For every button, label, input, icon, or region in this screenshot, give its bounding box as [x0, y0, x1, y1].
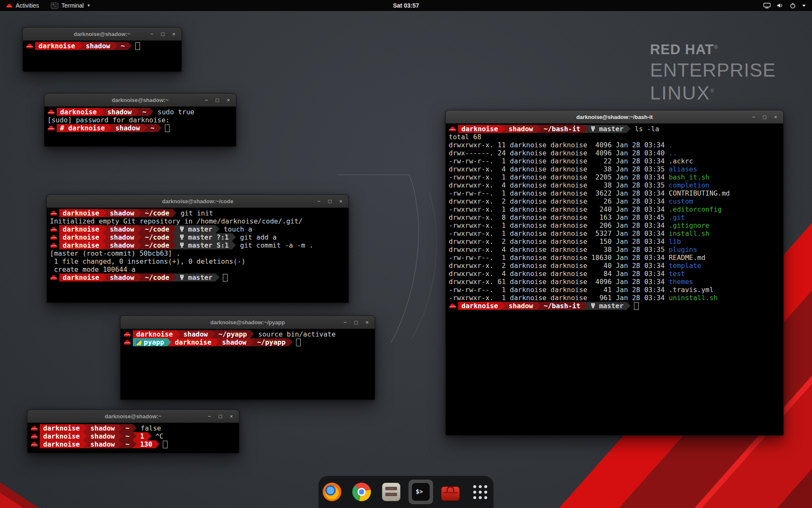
- terminal-content[interactable]: darknoiseshadow~/code git initInitialize…: [47, 208, 348, 302]
- terminal-text: drwx------. 24 darknoise darknoise 4096 …: [449, 149, 669, 157]
- power-icon: [790, 3, 796, 8]
- powerline-arrow-icon: [537, 125, 540, 133]
- terminal-window-c: darknoise@shadow:~/code−□×darknoiseshado…: [47, 194, 349, 303]
- prompt-segment-path: ~/code: [142, 241, 173, 249]
- red-hat-icon: [449, 126, 456, 132]
- prompt-segment-host: shadow: [104, 108, 135, 116]
- dock-item-toolbox[interactable]: [438, 480, 463, 504]
- terminal-text: Initialized empty Git repository in /hom…: [50, 217, 302, 225]
- minimize-button[interactable]: −: [314, 196, 324, 206]
- dock-item-grid[interactable]: [468, 480, 492, 504]
- powerline-arrow-icon: [133, 432, 137, 440]
- powerline-arrow-icon: [502, 125, 505, 133]
- terminal-line: darknoiseshadow~/codeΨ master ?:1 git ad…: [50, 233, 348, 241]
- close-button[interactable]: ×: [771, 112, 780, 121]
- maximize-button[interactable]: □: [216, 411, 225, 421]
- terminal-text: git add a: [236, 233, 277, 241]
- dock-item-chrome[interactable]: [349, 480, 374, 504]
- terminal-window-e: darknoise@shadow:~−□×darknoiseshadow~ fa…: [27, 409, 239, 453]
- window-controls: −□×: [340, 318, 375, 327]
- terminal-line: darknoiseshadow~130: [30, 440, 239, 448]
- maximize-button[interactable]: □: [158, 29, 167, 39]
- redhat-icon: [6, 3, 12, 8]
- maximize-button[interactable]: □: [213, 95, 222, 105]
- dock-item-terminal[interactable]: [409, 480, 433, 504]
- powerline-arrow-icon: [108, 124, 112, 132]
- terminal-text: aliases: [669, 165, 697, 173]
- terminal-content[interactable]: darknoiseshadow~/bash-itΨ master ls -lat…: [446, 124, 783, 435]
- terminal-line: # darknoiseshadow~: [47, 124, 236, 132]
- powerline-arrow-icon: [138, 233, 142, 241]
- prompt-segment-git: Ψ master ?:1: [176, 233, 232, 241]
- powerline-arrow-icon: [627, 302, 631, 310]
- terminal-line: darknoiseshadow~/codeΨ master: [50, 273, 348, 282]
- terminal-icon: [411, 483, 430, 501]
- close-button[interactable]: ×: [224, 95, 233, 105]
- powerline-arrow-icon: [100, 108, 104, 116]
- terminal-line: drwxrwxr-x. 61 darknoise darknoise 4096 …: [449, 278, 783, 286]
- window-titlebar[interactable]: darknoise@shadow:~/pyapp−□×: [121, 316, 375, 329]
- terminal-line: drwxrwxr-x. 4 darknoise darknoise 84 Jan…: [449, 270, 783, 278]
- terminal-content[interactable]: darknoiseshadow~: [23, 41, 181, 71]
- powerline-arrow-icon: [250, 330, 254, 338]
- powerline-arrow-icon: [133, 424, 137, 432]
- window-titlebar[interactable]: darknoise@shadow:~/code−□×: [47, 195, 348, 208]
- red-hat-icon: [50, 275, 57, 280]
- powerline-arrow-icon: [215, 338, 219, 346]
- red-hat-icon: [50, 243, 57, 248]
- window-titlebar[interactable]: darknoise@shadow:~/bash-it−□×: [446, 110, 783, 124]
- clock[interactable]: Sat 03:57: [0, 2, 812, 9]
- minimize-button[interactable]: −: [147, 29, 156, 39]
- prompt-segment-host: shadow: [107, 273, 138, 282]
- powerline-arrow-icon: [103, 241, 107, 249]
- terminal-content[interactable]: darknoiseshadow~ falsedarknoiseshadow~1 …: [28, 423, 239, 453]
- powerline-arrow-icon: [537, 302, 540, 310]
- terminal-text: -rwxrwxr-x. 1 darknoise darknoise 240 Ja…: [449, 205, 669, 213]
- terminal-content[interactable]: darknoiseshadow~ sudo true[sudo] passwor…: [45, 107, 236, 146]
- minimize-button[interactable]: −: [205, 411, 214, 421]
- powerline-arrow-icon: [211, 330, 215, 338]
- terminal-line: darknoiseshadow~/pyapp source bin/activa…: [123, 330, 374, 338]
- dock-item-firefox[interactable]: [320, 480, 344, 504]
- powerline-arrow-icon: [83, 440, 87, 448]
- terminal-line: Initialized empty Git repository in /hom…: [50, 217, 348, 225]
- rhel-branding: RED HAT® ENTERPRISE LINUX®: [650, 41, 776, 104]
- window-titlebar[interactable]: darknoise@shadow:~−□×: [23, 28, 181, 41]
- window-titlebar[interactable]: darknoise@shadow:~−□×: [44, 94, 236, 107]
- dock-item-files[interactable]: [379, 480, 403, 504]
- close-button[interactable]: ×: [362, 318, 372, 327]
- window-titlebar[interactable]: darknoise@shadow:~−□×: [27, 410, 239, 423]
- terminal-line: darknoiseshadow~/bash-itΨ master: [449, 302, 783, 310]
- minimize-button[interactable]: −: [202, 95, 211, 105]
- terminal-line: darknoiseshadow~/codeΨ master touch a: [50, 225, 348, 233]
- brand-enterprise: ENTERPRISE: [650, 59, 776, 81]
- terminal-text: .ackrc: [669, 157, 693, 165]
- app-menu-terminal[interactable]: Terminal ▼: [49, 0, 92, 11]
- terminal-text: -rwxrwxr-x. 1 darknoise darknoise 206 Ja…: [449, 221, 669, 229]
- terminal-content[interactable]: darknoiseshadow~/pyapp source bin/activa…: [121, 329, 374, 399]
- prompt-segment-host: shadow: [219, 338, 250, 346]
- powerline-arrow-icon: [133, 440, 137, 448]
- close-button[interactable]: ×: [169, 29, 178, 39]
- red-hat-icon: [50, 226, 57, 232]
- system-tray[interactable]: [763, 3, 812, 8]
- terminal-line: -rwxrwxr-x. 1 darknoise darknoise 2205 J…: [449, 173, 783, 181]
- close-button[interactable]: ×: [336, 196, 346, 206]
- terminal-line: darknoiseshadow~1 ^C: [30, 432, 239, 440]
- terminal-cursor: [634, 302, 639, 310]
- close-button[interactable]: ×: [227, 411, 236, 421]
- terminal-text: plugins: [669, 246, 697, 254]
- minimize-button[interactable]: −: [749, 112, 758, 121]
- activities-button[interactable]: Activities: [4, 0, 41, 11]
- terminal-text: template: [669, 262, 701, 270]
- powerline-arrow-icon: [143, 124, 147, 132]
- powerline-arrow-icon: [128, 42, 132, 50]
- maximize-button[interactable]: □: [325, 196, 335, 206]
- maximize-button[interactable]: □: [351, 318, 361, 327]
- terminal-line: drwxrwxr-x. 2 darknoise darknoise 40 Jan…: [449, 262, 783, 270]
- chrome-icon: [352, 483, 371, 501]
- maximize-button[interactable]: □: [760, 112, 769, 121]
- minimize-button[interactable]: −: [340, 318, 350, 327]
- prompt-segment-path: ~/pyapp: [215, 330, 250, 338]
- terminal-line: -rwxrwxr-x. 1 darknoise darknoise 5327 J…: [449, 229, 783, 237]
